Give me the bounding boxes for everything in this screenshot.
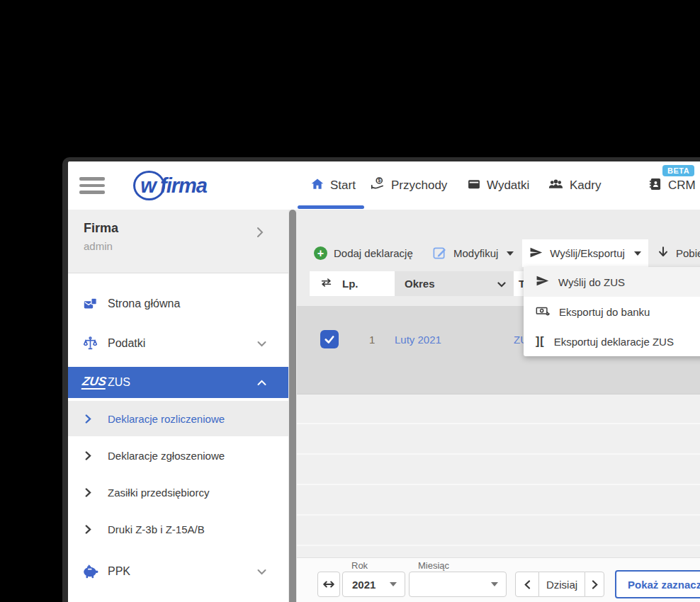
button-label: Dodaj deklarację [334,247,413,259]
zus-logo-icon: ZUS [82,375,106,390]
sidebar-subitem-label: Deklaracje zgłoszeniowe [108,450,225,462]
button-label: Pobierz [676,247,700,259]
tab-label: Kadry [570,178,601,193]
prev-period-button[interactable] [515,572,539,597]
hand-coin-icon: $ [371,176,385,195]
row-checkbox-checked[interactable] [320,330,339,348]
next-period-button[interactable] [585,572,604,597]
caret-down-icon [507,251,514,256]
paper-plane-icon [529,246,543,261]
add-declaration-button[interactable]: + Dodaj deklarację [314,239,413,267]
today-label: Dzisiaj [546,579,577,591]
sidebar-item-ppk[interactable]: PPK [68,555,289,588]
show-selected-button[interactable]: Pokaż zaznaczone [615,570,700,598]
tab-label: Przychody [391,178,447,193]
menu-item-label: Eksportuj deklaracje ZUS [554,336,674,348]
chevron-down-icon [257,341,266,347]
sidebar-subitem-deklaracje-zgloszeniowe[interactable]: Deklaracje zgłoszeniowe [68,439,289,472]
miesiac-select[interactable] [409,572,507,597]
sidebar-subitem-deklaracje-rozliczeniowe[interactable]: Deklaracje rozliczeniowe [68,401,289,436]
caret-down-icon [491,582,498,586]
send-export-button[interactable]: Wyślij/Eksportuj [522,239,648,267]
banknote-export-icon [536,304,550,319]
rok-select[interactable]: 2021 [342,572,405,597]
swap-arrows-icon [320,276,333,291]
sidebar-item-podatki[interactable]: Podatki [68,327,289,360]
app-window: w firma Start $ Przychody Wydatki [62,157,700,602]
top-header: w firma Start $ Przychody Wydatki [68,161,700,210]
people-icon [548,177,564,195]
chevron-right-icon [256,227,264,241]
home-pages-icon [82,296,98,312]
row-lp-value: 1 [369,334,375,346]
table-header-select[interactable]: Lp. [310,271,395,296]
column-label: Lp. [342,278,359,290]
tab-wydatki[interactable]: Wydatki [467,161,529,210]
menu-item-eksportuj-do-banku[interactable]: Eksportuj do banku [524,297,700,326]
sidebar: Firma admin Strona główna Podatki [68,210,289,602]
main-content: + Dodaj deklarację Modyfikuj Wyślij/Eksp… [297,210,700,602]
home-icon [310,177,324,195]
piggy-bank-icon [82,564,99,579]
table-header-okres[interactable]: Okres [395,271,516,296]
tab-start[interactable]: Start [310,161,356,210]
expand-range-button[interactable] [317,572,340,597]
active-tab-underline [298,205,364,209]
contact-book-icon [648,177,662,195]
company-user: admin [84,240,289,252]
logo-text: firma [160,174,207,198]
chevron-right-icon [85,488,91,497]
paper-plane-icon [536,274,549,290]
column-label: Okres [405,278,435,290]
today-button[interactable]: Dzisiaj [539,572,585,597]
row-okres-link[interactable]: Luty 2021 [395,334,441,346]
chevron-down-icon [257,569,266,575]
miesiac-label: Miesiąc [415,560,452,571]
button-label: Wyślij/Eksportuj [550,247,625,259]
chevron-right-icon [85,525,91,534]
sidebar-item-strona-glowna[interactable]: Strona główna [68,288,289,320]
modify-button[interactable]: Modyfikuj [432,239,514,267]
tab-label: CRM [668,178,696,193]
scales-icon [82,336,98,351]
menu-item-eksportuj-deklaracje-zus[interactable]: ][ Eksportuj deklaracje ZUS [524,326,700,356]
sidebar-item-label: Strona główna [108,297,180,310]
sidebar-subitem-druki[interactable]: Druki Z-3b i Z-15A/B [68,513,289,545]
rok-label: Rok [349,560,371,571]
empty-rows-area [297,394,700,557]
menu-item-wyslij-do-zus[interactable]: Wyślij do ZUS [524,267,700,297]
send-export-dropdown-menu: Wyślij do ZUS Eksportuj do banku ][ Eksp… [524,267,700,356]
sidebar-subitem-label: Zasiłki przedsiębiorcy [108,487,209,499]
download-button[interactable]: Pobierz [657,239,700,267]
company-switcher[interactable]: Firma admin [68,210,289,273]
chevron-up-icon [257,380,266,386]
filter-footer: Rok 2021 Miesiąc Dzisiaj [297,557,700,602]
caret-down-icon [390,582,397,586]
menu-item-label: Eksportuj do banku [559,306,650,318]
edit-pencil-icon [432,245,447,262]
button-label: Modyfikuj [453,247,498,259]
sidebar-scrollbar-track [288,210,297,602]
hamburger-menu-icon[interactable] [79,177,105,198]
sidebar-scrollbar-thumb[interactable] [289,210,296,602]
tab-kadry[interactable]: Kadry [548,161,601,210]
xml-brackets-icon: ][ [536,335,545,348]
chevron-right-icon [85,414,91,424]
tab-przychody[interactable]: $ Przychody [371,161,447,210]
beta-badge: BETA [662,165,694,176]
wfirma-logo[interactable]: w firma [133,171,207,200]
screen-background: w firma Start $ Przychody Wydatki [0,0,700,602]
tab-label: Start [330,178,356,193]
plus-circle-icon: + [314,246,327,260]
chevron-right-icon [85,451,91,460]
date-nav-group: Dzisiaj [515,572,604,597]
sidebar-item-zus[interactable]: ZUS ZUS [68,367,289,398]
sidebar-subitem-zasilki[interactable]: Zasiłki przedsiębiorcy [68,476,289,509]
sidebar-subitem-label: Deklaracje rozliczeniowe [108,413,225,425]
tab-label: Wydatki [487,178,529,193]
rok-value: 2021 [343,579,376,591]
show-selected-label: Pokaż zaznaczone [628,579,700,591]
download-arrow-icon [657,246,670,261]
sidebar-item-label: PPK [108,565,130,578]
sort-chevron-icon [497,278,506,290]
